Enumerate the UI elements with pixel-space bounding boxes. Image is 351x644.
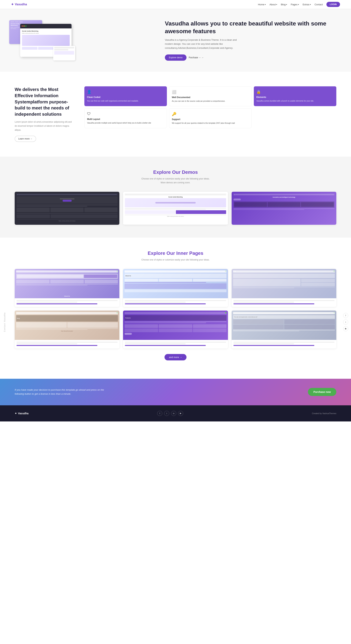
key-icon: 🔑 — [172, 112, 249, 116]
page-thumb-about-1: About Us — [15, 269, 119, 298]
nav-links: Home About Blog Pages Extras Contact LOG… — [258, 2, 340, 7]
page-thumb-gallery: "You only not do great work, is love wha… — [232, 310, 336, 340]
footer-brand-icon: ✦ — [15, 412, 17, 415]
inner-page-content — [15, 340, 119, 348]
demo-card-1[interactable]: Make working develop with always — [15, 192, 119, 225]
demos-grid: Make working develop with always Social … — [15, 192, 336, 225]
content-line — [233, 343, 294, 344]
inner-pages-grid: About Us About Us — [15, 269, 336, 348]
inner-page-blog-2[interactable]: Blog New Showoff Innovation — [15, 310, 119, 348]
demos-title-highlight: Demos — [182, 170, 198, 175]
feature-card-desc: As you can see in the source code,we pro… — [172, 100, 249, 103]
feature-card-multi-layout: 🛡 Multi Layout Vasudha provide multiple … — [84, 108, 167, 128]
content-line — [233, 302, 294, 303]
and-more-section: and more — [15, 348, 336, 366]
features-heading: We delivers the Most Effective Informati… — [15, 86, 73, 117]
features-left-content: We delivers the Most Effective Informati… — [15, 86, 73, 142]
brand-icon: ✦ — [11, 2, 14, 6]
content-line — [17, 343, 77, 344]
inner-pages-section: Explore Our Inner Pages Choose one of st… — [0, 238, 351, 379]
inner-pages-title: Explore Our Inner Pages — [15, 250, 336, 256]
inner-page-about-1[interactable]: About Us — [15, 269, 119, 307]
feature-card-title: Clean Coded — [87, 96, 164, 98]
lock-icon: 🔒 — [256, 90, 334, 94]
brand-name: Vasudha — [15, 3, 27, 6]
content-line-purple — [17, 345, 97, 346]
hero-content: Vasudha allows you to create beautiful w… — [165, 20, 336, 61]
inner-page-about-2[interactable]: About Us — [123, 269, 228, 307]
feature-card-well-documented: ⬜ Well Documented As you can see in the … — [169, 86, 252, 106]
facebook-side-icon[interactable]: f — [343, 313, 348, 318]
side-social: f t ◉ — [343, 313, 348, 331]
hero-description: Vasudha is a Agency,Corporate & Business… — [165, 38, 242, 50]
and-more-button[interactable]: and more — [165, 354, 186, 360]
content-line — [125, 342, 226, 342]
twitter-side-icon[interactable]: t — [343, 320, 348, 325]
nav-extras[interactable]: Extras — [302, 3, 311, 6]
feature-card-title: Multi Layout — [87, 118, 164, 120]
feature-card-title: Well Documented — [172, 96, 249, 99]
navbar: ✦ Vasudha Home About Blog Pages Extras C… — [0, 0, 351, 9]
learn-more-button[interactable]: Learn more — [15, 136, 36, 142]
features-description: Lorem ipsum dolor sit amet,consectetur a… — [15, 120, 73, 132]
feature-card-elements: 🔒 Elements Vasudha comes bundled with a … — [254, 86, 336, 106]
demo-thumb-purple: Innovative and intelligent technology — [232, 192, 336, 225]
content-line — [125, 302, 186, 303]
purchase-now-button[interactable]: Purchase now — [308, 388, 336, 396]
nav-home[interactable]: Home — [258, 3, 266, 6]
demo-thumb-light: Social media Marketing Make working deve… — [123, 192, 228, 225]
page-thumb-about-2: About Us — [123, 269, 228, 298]
footer-youtube-icon[interactable]: ▶ — [178, 411, 183, 416]
footer-instagram-icon[interactable]: in — [171, 411, 176, 416]
inner-page-features[interactable]: Features — [123, 310, 228, 348]
nav-pages[interactable]: Pages — [291, 3, 299, 6]
features-cards-grid: 👤 Clean Coded You can find our code well… — [84, 86, 336, 128]
explore-demo-button[interactable]: Explore demo — [165, 54, 186, 61]
footer-facebook-icon[interactable]: f — [157, 411, 162, 416]
content-line-purple — [125, 304, 206, 304]
content-line-purple — [125, 345, 206, 346]
inner-page-gallery[interactable]: "You only not do great work, is love wha… — [232, 310, 336, 348]
hero-section: Social mediaMarketing Make anything deve… — [0, 9, 351, 72]
hero-buttons: Explore demo Purchase → — [165, 54, 336, 61]
content-line — [125, 343, 186, 344]
instagram-side-icon[interactable]: ◉ — [343, 326, 348, 331]
feature-card-title: Elements — [256, 96, 334, 98]
purchase-button[interactable]: Purchase → — [189, 56, 204, 59]
login-button[interactable]: LOGIN — [326, 2, 340, 7]
inner-pages-subtitle: Choose one of styles or cutomize easily … — [15, 258, 336, 262]
content-line-purple — [233, 345, 314, 346]
content-line — [233, 300, 334, 301]
cta-text: If you have made your decision to purcha… — [15, 388, 106, 396]
hero-title: Vasudha allows you to create beautiful w… — [165, 20, 336, 35]
content-line — [17, 302, 77, 303]
footer-brand: ✦ Vasudha — [15, 412, 29, 415]
page-thumb-features: Features — [123, 310, 228, 340]
footer-twitter-icon[interactable]: t — [164, 411, 169, 416]
footer-brand-name: Vasudha — [18, 412, 29, 415]
content-line — [17, 300, 118, 301]
page-thumb-blog-2: Blog New Showoff Innovation — [15, 310, 119, 340]
feature-card-clean-coded: 👤 Clean Coded You can find our code well… — [84, 86, 167, 106]
nav-contact[interactable]: Contact — [314, 3, 323, 6]
hero-mockup: Social mediaMarketing Make anything deve… — [15, 24, 73, 57]
demo-card-3[interactable]: Innovative and intelligent technology — [232, 192, 336, 225]
content-line-purple — [17, 304, 97, 304]
feature-card-support: 🔑 Support We support for all your querie… — [169, 108, 252, 128]
demos-section-title: Explore Our Demos — [15, 170, 336, 175]
brand-logo[interactable]: ✦ Vasudha — [11, 2, 27, 6]
shield-icon: 🛡 — [87, 112, 164, 116]
feature-card-title: Support — [172, 118, 249, 120]
demo-card-2[interactable]: Social media Marketing Make working deve… — [123, 192, 228, 225]
inner-page-content — [232, 298, 336, 307]
nav-blog[interactable]: Blog — [281, 3, 287, 6]
footer-social-links: f t in ▶ — [157, 411, 183, 416]
nav-about[interactable]: About — [269, 3, 277, 6]
mockup-small-card — [53, 46, 75, 60]
person-icon: 👤 — [87, 90, 164, 94]
page-thumb-blog-1: Blog — [232, 269, 336, 298]
inner-page-blog-1[interactable]: Blog — [232, 269, 336, 307]
demos-subtitle: Choose one of styles or cutomize easily … — [15, 177, 336, 184]
content-line-purple — [233, 304, 314, 304]
demos-section: Explore Our Demos Choose one of styles o… — [0, 156, 351, 238]
